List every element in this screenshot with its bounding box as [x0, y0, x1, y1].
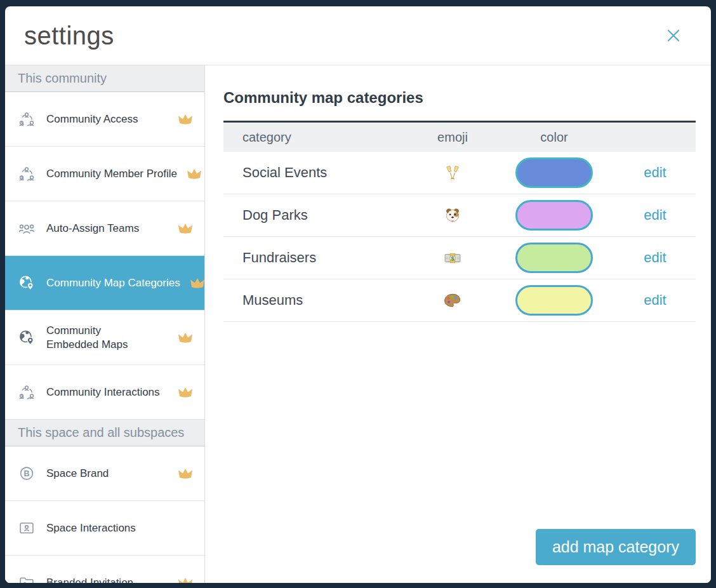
column-header-color: color — [494, 130, 614, 145]
sidebar-item-community-member-profile[interactable]: Community Member Profile — [5, 147, 204, 201]
color-swatch — [515, 285, 593, 316]
sidebar-section-header-space: This space and all subspaces — [5, 420, 204, 446]
community-icon — [17, 385, 37, 400]
settings-modal: settings This community Community Access… — [5, 6, 711, 583]
sidebar-item-auto-assign-teams[interactable]: Auto-Assign Teams — [5, 201, 204, 256]
table-row: Social Events edit — [223, 152, 696, 194]
sidebar-item-community-access[interactable]: Community Access — [5, 92, 204, 147]
category-name: Social Events — [223, 164, 411, 181]
category-name: Dog Parks — [223, 207, 411, 224]
column-header-emoji: emoji — [411, 130, 494, 145]
settings-sidebar: This community Community Access Communit… — [5, 65, 205, 583]
sidebar-item-community-interactions[interactable]: Community Interactions — [5, 365, 204, 420]
sidebar-section-header-community: This community — [5, 65, 204, 92]
community-icon — [17, 112, 37, 127]
column-header-category: category — [223, 130, 411, 145]
sidebar-item-community-embedded-maps[interactable]: Community Embedded Maps — [5, 311, 204, 365]
svg-text:$: $ — [451, 255, 454, 262]
crown-icon — [190, 277, 205, 289]
edit-button[interactable]: edit — [644, 207, 666, 224]
category-name: Fundraisers — [223, 250, 411, 266]
sidebar-item-branded-invitation[interactable]: Branded Invitation — [5, 556, 204, 583]
clinking-glasses-emoji — [411, 164, 494, 181]
modal-frame: settings This community Community Access… — [0, 0, 716, 588]
table-header-row: category emoji color — [223, 123, 696, 152]
close-icon — [664, 37, 683, 47]
crown-icon — [187, 168, 202, 180]
content-panel: Community map categories category emoji … — [205, 65, 711, 583]
modal-title: settings — [24, 22, 114, 50]
badge-b-icon — [17, 465, 37, 481]
color-swatch — [515, 243, 593, 273]
globe-pin-icon — [17, 275, 37, 291]
crown-icon — [178, 331, 193, 344]
community-icon — [17, 166, 37, 182]
sidebar-item-space-interactions[interactable]: Space Interactions — [5, 501, 204, 556]
artist-palette-emoji — [411, 293, 494, 308]
crown-icon — [178, 577, 193, 583]
dog-face-emoji — [411, 207, 494, 224]
person-card-icon — [17, 520, 37, 536]
category-name: Museums — [223, 292, 411, 309]
crown-icon — [178, 386, 193, 398]
table-row: Fundraisers $ edit — [223, 237, 696, 279]
table-row: Dog Parks — [223, 194, 696, 237]
edit-button[interactable]: edit — [644, 164, 666, 181]
table-row: Museums edit — [223, 279, 696, 322]
color-swatch — [515, 157, 593, 188]
edit-button[interactable]: edit — [644, 292, 666, 309]
page-title: Community map categories — [223, 89, 696, 107]
dollar-banknote-emoji: $ — [411, 250, 494, 266]
globe-pin-icon — [17, 330, 37, 345]
edit-button[interactable]: edit — [644, 250, 666, 266]
crown-icon — [178, 467, 193, 479]
modal-body: This community Community Access Communit… — [5, 65, 711, 583]
color-swatch — [515, 200, 593, 231]
crown-icon — [178, 222, 193, 234]
crown-icon — [178, 113, 193, 125]
categories-table: category emoji color Social Events — [223, 121, 696, 322]
folder-card-icon — [17, 575, 37, 583]
close-button[interactable] — [661, 23, 686, 48]
sidebar-item-space-brand[interactable]: Space Brand — [5, 446, 204, 501]
sidebar-item-community-map-categories[interactable]: Community Map Categories — [5, 256, 204, 311]
modal-header: settings — [5, 6, 711, 65]
add-map-category-button[interactable]: add map category — [536, 529, 696, 565]
teams-icon — [17, 222, 37, 236]
